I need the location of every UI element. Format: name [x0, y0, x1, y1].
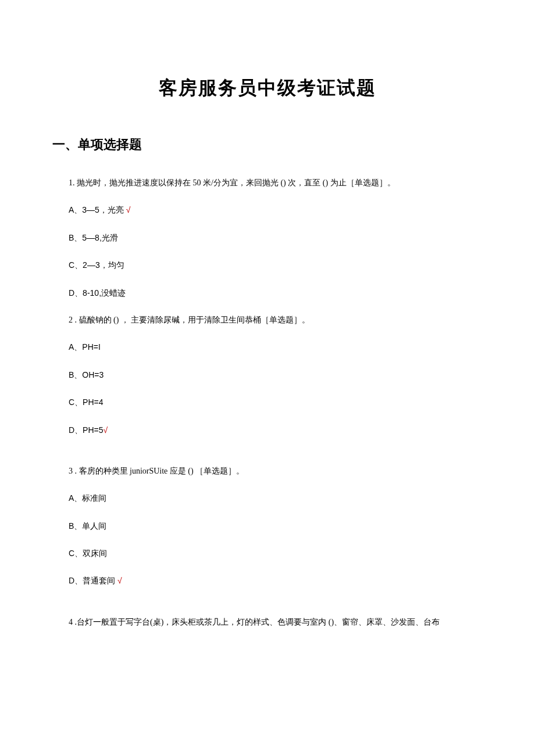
option: A、3—5，光亮 √: [69, 203, 483, 217]
option-label: B、OH=3: [69, 370, 104, 379]
option: D、普通套间 √: [69, 574, 483, 587]
option-label: C、PH=4: [69, 397, 104, 407]
option-label: A、PH=I: [69, 342, 101, 352]
question-text: 3 . 客房的种类里 juniorSUite 应是 () ［单选题］。: [69, 465, 483, 478]
spacer: [69, 451, 483, 465]
option: C、PH=4: [69, 396, 483, 409]
question-list: 1. 抛光时，抛光推进速度以保持在 50 米/分为宜，来回抛光 () 次，直至 …: [52, 177, 483, 629]
question-text: 1. 抛光时，抛光推进速度以保持在 50 米/分为宜，来回抛光 () 次，直至 …: [69, 177, 483, 189]
option: A、标准间: [69, 492, 483, 505]
option: A、PH=I: [69, 341, 483, 354]
option: C、双床间: [69, 547, 483, 560]
check-mark-icon: √: [104, 425, 108, 435]
option-label: A、标准间: [69, 493, 106, 503]
option-label: A、3—5，光亮: [69, 205, 124, 214]
question-text: 4 .台灯一般置于写字台(桌)，床头柜或茶几上，灯的样式、色调要与室内 ()、窗…: [69, 616, 483, 629]
check-mark-icon: √: [124, 205, 131, 214]
question-text: 2 . 硫酸钠的 () ， 主要清除尿碱，用于清除卫生间恭桶［单选题］。: [69, 314, 483, 327]
option: B、OH=3: [69, 368, 483, 382]
option: C、2—3，均匀: [69, 259, 483, 272]
option: B、5—8,光滑: [69, 231, 483, 245]
option-label: C、2—3，均匀: [69, 260, 124, 270]
option-label: D、8-10,没蜡迹: [69, 288, 126, 298]
option-label: D、普通套间: [69, 576, 115, 585]
option-label: D、PH=5: [69, 425, 104, 435]
option: D、PH=5√: [69, 424, 483, 437]
option-label: B、5—8,光滑: [69, 233, 118, 242]
check-mark-icon: √: [115, 576, 122, 585]
section-heading: 一、单项选择题: [52, 136, 483, 153]
spacer: [69, 602, 483, 616]
option: B、单人间: [69, 519, 483, 533]
option: D、8-10,没蜡迹: [69, 286, 483, 300]
option-label: C、双床间: [69, 549, 107, 558]
option-label: B、单人间: [69, 521, 106, 531]
page-title: 客房服务员中级考证试题: [52, 76, 483, 101]
